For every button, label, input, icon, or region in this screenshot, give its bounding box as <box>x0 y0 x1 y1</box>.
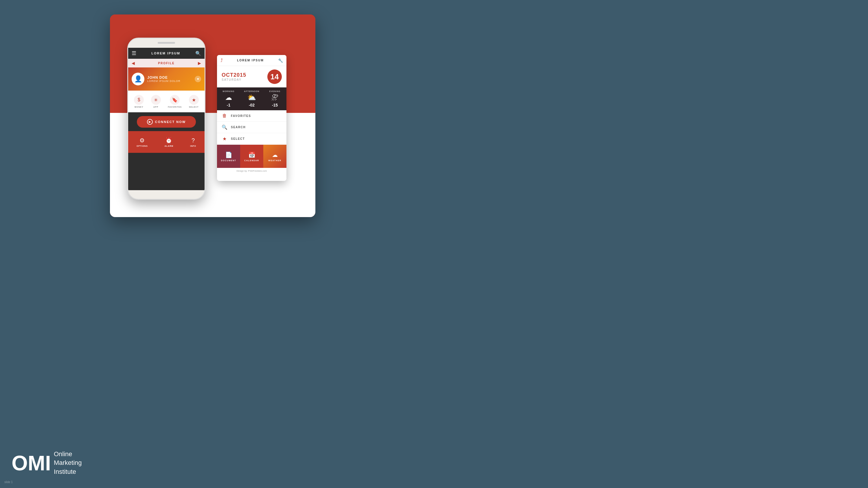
omi-logo: OMI Online Marketing Institute <box>11 450 82 477</box>
profile-label: PROFILE <box>158 62 175 65</box>
connect-now-button[interactable]: ▶ CONNECT NOW <box>137 116 196 128</box>
calendar-month-year: OCT2015 <box>222 72 246 78</box>
list-item[interactable]: ✳ APP <box>151 95 161 108</box>
select-menu-item[interactable]: ★ SELECT <box>217 133 286 145</box>
info-icon: ? <box>191 137 195 144</box>
star-menu-icon: ★ <box>222 136 227 142</box>
select-menu-label: SELECT <box>231 137 245 141</box>
share-icon[interactable]: ⤴ <box>220 58 223 63</box>
search-menu-icon: 🔍 <box>222 124 227 130</box>
user-subtitle: LOREM IPSUM DOLOR <box>147 80 192 83</box>
cloud-icon-afternoon: ⛅ <box>247 93 256 101</box>
menu-items: 🗑 FAVORITES 🔍 SEARCH ★ SELECT <box>217 110 286 145</box>
avatar: 👤 <box>132 73 144 85</box>
options-icon: ⚙ <box>140 137 145 144</box>
tab-document[interactable]: 📄 DOCUMENT <box>217 145 240 168</box>
info-label: INFO <box>190 145 196 147</box>
calendar-tab-label: CALENDAR <box>244 159 259 161</box>
phone-icons-grid: $ MONEY ✳ APP 🔖 FAVORITES ★ SELECT <box>128 91 205 112</box>
weather-morning: MORNING ☁ -1 <box>217 90 240 108</box>
omi-letters: OMI <box>11 453 51 474</box>
calendar-day-name: SATURDAY <box>222 78 246 81</box>
options-nav-item[interactable]: ⚙ OPTIONS <box>136 137 148 147</box>
watermark: slide 1 <box>4 481 13 484</box>
favorites-icon: 🔖 <box>170 95 180 105</box>
phone-profile-bar: ◀ PROFILE ▶ <box>128 59 205 67</box>
alarm-nav-item[interactable]: ⏰ ALARM <box>165 137 173 147</box>
document-icon: 📄 <box>225 151 232 158</box>
calendar-section: OCT2015 SATURDAY 14 <box>217 66 286 87</box>
morning-label: MORNING <box>223 90 235 92</box>
phone-connect-section: ▶ CONNECT NOW <box>128 112 205 131</box>
calendar-icon: 📅 <box>248 151 255 158</box>
alarm-label: ALARM <box>165 145 173 147</box>
play-icon: ▶ <box>147 119 153 125</box>
phone-screen: ☰ LOREM IPSUM 🔍 ◀ PROFILE ▶ 👤 JOHN DOE L… <box>128 48 205 190</box>
favorites-label: FAVORITES <box>168 106 182 108</box>
app-label: APP <box>153 106 158 108</box>
list-item[interactable]: 🔖 FAVORITES <box>168 95 182 108</box>
phone-speaker <box>158 42 175 44</box>
phone-mockup: ☰ LOREM IPSUM 🔍 ◀ PROFILE ▶ 👤 JOHN DOE L… <box>127 38 206 200</box>
list-item[interactable]: $ MONEY <box>134 95 144 108</box>
money-label: MONEY <box>134 106 144 108</box>
phone-topbar: ☰ LOREM IPSUM 🔍 <box>128 48 205 59</box>
weather-afternoon: AFTERNOON ⛅ -02 <box>240 90 263 108</box>
cloud-icon-morning: ☁ <box>225 93 232 101</box>
money-icon: $ <box>134 95 144 105</box>
cloud-icon-evening: ⛈ <box>271 93 278 101</box>
tab-weather[interactable]: ☁ WEATHER <box>263 145 286 168</box>
select-label: SELECT <box>189 106 199 108</box>
search-menu-item[interactable]: 🔍 SEARCH <box>217 122 286 133</box>
evening-temp: -15 <box>272 103 278 108</box>
search-menu-label: SEARCH <box>231 126 246 129</box>
weather-evening: EVENING ⛈ -15 <box>263 90 286 108</box>
bottom-tabs: 📄 DOCUMENT 📅 CALENDAR ☁ WEATHER <box>217 145 286 168</box>
weather-section: MORNING ☁ -1 AFTERNOON ⛅ -02 EVENING ⛈ -… <box>217 87 286 110</box>
evening-label: EVENING <box>269 90 281 92</box>
wrench-icon[interactable]: 🔧 <box>278 58 283 63</box>
hamburger-icon[interactable]: ☰ <box>132 50 136 56</box>
phone-bottom-nav: ⚙ OPTIONS ⏰ ALARM ? INFO <box>128 131 205 153</box>
favorites-menu-item[interactable]: 🗑 FAVORITES <box>217 110 286 122</box>
afternoon-temp: -02 <box>249 103 255 108</box>
design-credit: Design by: PSDFreebies.com <box>217 168 286 174</box>
heart-icon[interactable]: ♥ <box>195 76 201 82</box>
app-icon: ✳ <box>151 95 161 105</box>
right-panel: ⤴ LOREM IPSUM 🔧 OCT2015 SATURDAY 14 MORN… <box>217 55 286 181</box>
calendar-day-number: 14 <box>267 69 282 84</box>
phone-profile-section: 👤 JOHN DOE LOREM IPSUM DOLOR ♥ <box>128 67 205 91</box>
right-topbar: ⤴ LOREM IPSUM 🔧 <box>217 55 286 66</box>
trash-icon: 🗑 <box>222 113 227 118</box>
search-icon[interactable]: 🔍 <box>195 51 201 56</box>
afternoon-label: AFTERNOON <box>244 90 259 92</box>
left-arrow-icon[interactable]: ◀ <box>132 61 135 65</box>
select-icon: ★ <box>189 95 199 105</box>
weather-tab-label: WEATHER <box>268 159 281 161</box>
user-name: JOHN DOE <box>147 75 192 80</box>
weather-icon: ☁ <box>272 151 278 158</box>
tab-calendar[interactable]: 📅 CALENDAR <box>240 145 263 168</box>
morning-temp: -1 <box>227 103 230 108</box>
alarm-icon: ⏰ <box>165 137 173 144</box>
phone-title: LOREM IPSUM <box>151 52 180 55</box>
user-info: JOHN DOE LOREM IPSUM DOLOR <box>147 75 192 83</box>
list-item[interactable]: ★ SELECT <box>189 95 199 108</box>
right-arrow-icon[interactable]: ▶ <box>198 61 201 65</box>
document-tab-label: DOCUMENT <box>221 159 236 161</box>
info-nav-item[interactable]: ? INFO <box>190 137 196 147</box>
connect-btn-text: CONNECT NOW <box>155 120 186 124</box>
weather-row: MORNING ☁ -1 AFTERNOON ⛅ -02 EVENING ⛈ -… <box>217 90 286 108</box>
omi-text: Online Marketing Institute <box>54 450 82 477</box>
favorites-menu-label: FAVORITES <box>231 114 251 118</box>
right-panel-title: LOREM IPSUM <box>237 59 264 62</box>
options-label: OPTIONS <box>136 145 148 147</box>
calendar-date-info: OCT2015 SATURDAY <box>222 72 246 81</box>
